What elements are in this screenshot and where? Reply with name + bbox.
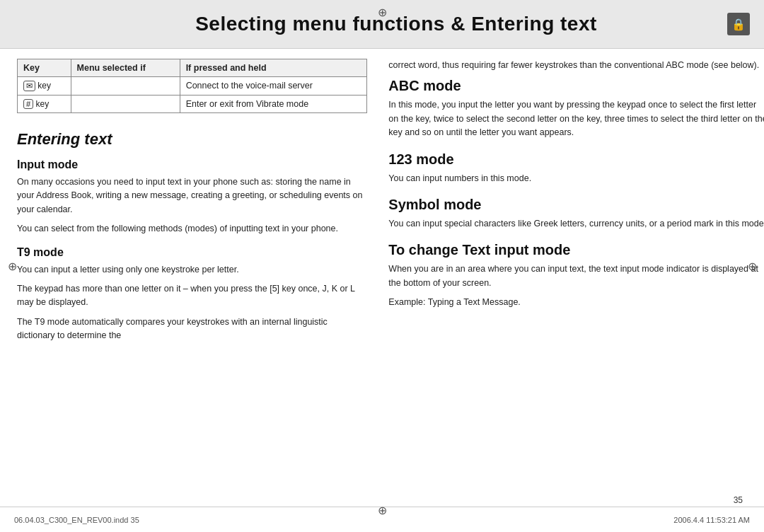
col-header-key: Key <box>18 59 71 77</box>
col-header-menu: Menu selected if <box>71 59 180 77</box>
change-text-mode-para-1: When you are in an area where you can in… <box>388 262 764 290</box>
symbol-mode-section: Symbol mode You can input special charac… <box>388 197 764 231</box>
page: ⊕ ⊕ ⊕ ⊕ Selecting menu functions & Enter… <box>0 0 764 532</box>
change-text-mode-title: To change Text input mode <box>388 242 764 258</box>
compass-left-icon: ⊕ <box>6 260 18 272</box>
abc-mode-section: ABC mode In this mode, you input the let… <box>388 78 764 139</box>
key-icon-2: # <box>23 99 33 109</box>
abc-mode-title: ABC mode <box>388 78 764 94</box>
123-mode-title: 123 mode <box>388 151 764 168</box>
main-content: Key Menu selected if If pressed and held… <box>0 49 764 510</box>
key-table: Key Menu selected if If pressed and held… <box>17 59 367 113</box>
input-mode-para-2: You can select from the following method… <box>17 222 367 236</box>
t9-para-1: You can input a letter using only one ke… <box>17 263 367 277</box>
footer-left: 06.04.03_C300_EN_REV00.indd 35 <box>14 516 139 524</box>
col-header-pressed: If pressed and held <box>180 59 367 77</box>
change-text-mode-section: To change Text input mode When you are i… <box>388 242 764 309</box>
compass-right-icon: ⊕ <box>746 260 758 272</box>
left-column: Key Menu selected if If pressed and held… <box>17 59 367 500</box>
t9-para-2: The keypad has more than one letter on i… <box>17 282 367 310</box>
change-text-mode-para-2: Example: Typing a Text Message. <box>388 296 764 309</box>
symbol-mode-title: Symbol mode <box>388 197 764 213</box>
table-cell-pressed-2: Enter or exit from Vibrate mode <box>180 96 367 113</box>
t9-mode-title: T9 mode <box>17 246 367 259</box>
123-mode-section: 123 mode You can input numbers in this m… <box>388 151 764 185</box>
symbol-mode-body: You can input special characters like Gr… <box>388 217 764 231</box>
compass-top-icon: ⊕ <box>376 6 388 18</box>
key-icon-1: ✉ <box>23 81 35 91</box>
input-mode-title: Input mode <box>17 158 367 171</box>
entering-text-title: Entering text <box>17 130 367 149</box>
compass-bottom-icon: ⊕ <box>376 504 388 516</box>
t9-para-3: The T9 mode automatically compares your … <box>17 316 367 343</box>
table-cell-menu-1 <box>71 77 180 96</box>
table-cell-key-1: ✉ key <box>18 77 71 96</box>
input-mode-para-1: On many occasions you need to input text… <box>17 175 367 216</box>
page-title: Selecting menu functions & Entering text <box>195 13 597 35</box>
table-cell-key-2: # key <box>18 96 71 113</box>
lock-icon: 🔒 <box>727 13 750 35</box>
footer-right: 2006.4.4 11:53:21 AM <box>673 516 750 524</box>
123-mode-body: You can input numbers in this mode. <box>388 172 764 185</box>
intro-continuation: correct word, thus requiring far fewer k… <box>388 59 764 72</box>
table-row: ✉ key Connect to the voice-mail server <box>18 77 367 96</box>
table-cell-pressed-1: Connect to the voice-mail server <box>180 77 367 96</box>
right-column: correct word, thus requiring far fewer k… <box>388 59 764 500</box>
page-number: 35 <box>734 495 743 505</box>
abc-mode-body: In this mode, you input the letter you w… <box>388 98 764 139</box>
table-cell-menu-2 <box>71 96 180 113</box>
table-row: # key Enter or exit from Vibrate mode <box>18 96 367 113</box>
